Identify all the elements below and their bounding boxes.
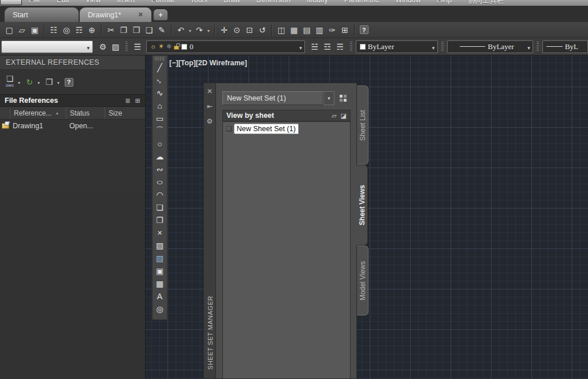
- tab-start[interactable]: Start: [5, 8, 79, 22]
- close-tab-icon[interactable]: ✕: [138, 11, 143, 18]
- menu-view[interactable]: View: [77, 0, 109, 6]
- palette-properties-icon[interactable]: ⚙: [204, 116, 215, 127]
- designcenter-button[interactable]: ▦: [288, 24, 300, 36]
- menu-format[interactable]: Format: [143, 0, 183, 6]
- table-tool-button[interactable]: ▦: [153, 277, 166, 290]
- gradient-tool-button[interactable]: ▧: [153, 252, 166, 265]
- sheet-set-manager-button[interactable]: ▥: [313, 24, 326, 36]
- paste-button[interactable]: ❒: [130, 24, 143, 36]
- file-list-area[interactable]: [0, 191, 145, 379]
- plot-button[interactable]: ☶: [73, 24, 85, 36]
- hatch-tool-button[interactable]: ▨: [153, 239, 166, 252]
- arc-tool-button[interactable]: ⌒: [153, 125, 166, 138]
- layer-properties-button[interactable]: ☰: [131, 40, 144, 53]
- revision-cloud-tool-button[interactable]: ☁: [153, 150, 166, 163]
- new-file-button[interactable]: ▢: [3, 24, 16, 36]
- attach-dwg-button[interactable]: ❏DWG: [3, 76, 16, 88]
- rectangle-tool-button[interactable]: ▭: [153, 112, 166, 125]
- help-button[interactable]: ?: [62, 76, 75, 88]
- sheet-set-combo-arrow[interactable]: ▾: [323, 91, 334, 105]
- layer-combo[interactable]: ☼☀❄ 0 ▾: [146, 40, 305, 53]
- sheet-set-combo[interactable]: New Sheet Set (1): [222, 91, 323, 105]
- pan-button[interactable]: ✛: [218, 24, 230, 36]
- tab-model-views[interactable]: Model Views: [357, 246, 369, 315]
- tool-palettes-button[interactable]: ▤: [300, 24, 313, 36]
- lineweight-combo[interactable]: ByL: [542, 40, 588, 53]
- change-path-button[interactable]: ❒: [43, 76, 55, 88]
- menu-edit[interactable]: Edit: [49, 0, 77, 6]
- menu-help[interactable]: Help: [429, 0, 460, 6]
- cut-button[interactable]: ✂: [105, 24, 117, 36]
- icon-column-header[interactable]: [0, 107, 10, 119]
- menu-modify[interactable]: Modify: [299, 0, 336, 6]
- print-button[interactable]: ☷: [47, 24, 60, 36]
- tab-sheet-list[interactable]: Sheet List: [357, 86, 369, 165]
- write-block-button[interactable]: ❑: [143, 24, 155, 36]
- print-preview-button[interactable]: ◎: [60, 24, 73, 36]
- menu-tools[interactable]: Tools: [182, 0, 215, 6]
- status-column-header[interactable]: Status: [66, 107, 105, 119]
- folder-icon[interactable]: ▱: [332, 112, 336, 120]
- close-palette-icon[interactable]: ✕: [204, 86, 215, 97]
- publish-button[interactable]: ⊕: [85, 24, 98, 36]
- sheet-tree[interactable]: ❏ New Sheet Set (1): [222, 121, 351, 378]
- line-tool-button[interactable]: ╱: [153, 61, 166, 74]
- menu-parametric[interactable]: Parametric: [336, 0, 387, 6]
- properties-button[interactable]: ◫: [275, 24, 288, 36]
- multiline-text-tool-button[interactable]: A: [153, 290, 166, 303]
- menu-dimension[interactable]: Dimension: [248, 0, 299, 6]
- auto-hide-icon[interactable]: ⇤: [204, 101, 215, 112]
- polygon-tool-button[interactable]: ⌂: [153, 99, 166, 112]
- tab-drawing1[interactable]: Drawing1* ✕: [80, 8, 151, 22]
- quickcalc-button[interactable]: ⊞: [338, 24, 351, 36]
- zoom-window-button[interactable]: ⊡: [243, 24, 256, 36]
- redo-button[interactable]: ↷: [193, 24, 206, 36]
- workspace-settings-button[interactable]: ⚙: [96, 40, 109, 53]
- open-button[interactable]: ▱: [16, 24, 28, 36]
- layer-states-button[interactable]: ☱: [308, 40, 321, 53]
- spline-tool-button[interactable]: ∾: [153, 163, 166, 176]
- workspace-combo[interactable]: ▾: [1, 40, 93, 53]
- circle-tool-button[interactable]: ○: [153, 138, 166, 150]
- reference-column-header[interactable]: Reference... ▲: [10, 107, 66, 119]
- add-selected-tool-button[interactable]: ◎: [153, 303, 166, 315]
- undo-button[interactable]: ↶: [174, 24, 187, 36]
- tree-view-icon[interactable]: ⊞: [135, 97, 140, 105]
- list-view-icon[interactable]: ≣: [125, 97, 131, 105]
- make-block-tool-button[interactable]: ❐: [153, 214, 166, 226]
- match-properties-button[interactable]: ✎: [155, 24, 168, 36]
- table-row[interactable]: Drawing1 Open...: [0, 120, 145, 132]
- save-button[interactable]: ▣: [28, 24, 41, 36]
- tree-item-selected[interactable]: ❏ New Sheet Set (1): [224, 124, 299, 134]
- linetype-combo[interactable]: ByLayer ▾: [447, 40, 533, 53]
- new-sheet-icon[interactable]: ◪: [341, 112, 347, 120]
- refresh-button[interactable]: ↻: [23, 76, 36, 88]
- size-column-header[interactable]: Size: [105, 107, 143, 119]
- ellipse-tool-button[interactable]: ○: [153, 176, 166, 188]
- help-button[interactable]: ?: [358, 24, 370, 36]
- menu-collab-toolbar[interactable]: 协同工具栏: [460, 0, 512, 6]
- menu-insert[interactable]: Insert: [109, 0, 143, 6]
- layer-translate-button[interactable]: ☴: [334, 40, 347, 53]
- manage-sheet-sets-icon[interactable]: [340, 94, 348, 102]
- viewport-frame-button[interactable]: ▨: [109, 40, 122, 53]
- application-menu-button[interactable]: [0, 0, 22, 5]
- point-tool-button[interactable]: ✕: [153, 226, 166, 239]
- region-tool-button[interactable]: ▣: [153, 265, 166, 277]
- copy-button[interactable]: ❐: [117, 24, 130, 36]
- construction-line-tool-button[interactable]: ↔: [153, 74, 166, 87]
- tab-sheet-views[interactable]: Sheet Views: [356, 165, 368, 246]
- color-combo[interactable]: ByLayer ▾: [356, 40, 438, 53]
- menu-file[interactable]: File: [21, 0, 49, 6]
- layer-previous-button[interactable]: ☲: [321, 40, 334, 53]
- markup-set-manager-button[interactable]: ✑: [326, 24, 338, 36]
- viewport-controls[interactable]: [−][Top][2D Wireframe]: [169, 59, 247, 67]
- toolbar-grip[interactable]: [155, 57, 165, 61]
- new-tab-button[interactable]: +: [154, 9, 168, 20]
- menu-draw[interactable]: Draw: [215, 0, 248, 6]
- insert-block-tool-button[interactable]: ❏: [153, 201, 166, 214]
- zoom-previous-button[interactable]: ↺: [256, 24, 269, 36]
- ellipse-arc-tool-button[interactable]: ◠: [153, 188, 166, 201]
- polyline-tool-button[interactable]: ∿: [153, 87, 166, 99]
- zoom-realtime-button[interactable]: ⊙: [230, 24, 243, 36]
